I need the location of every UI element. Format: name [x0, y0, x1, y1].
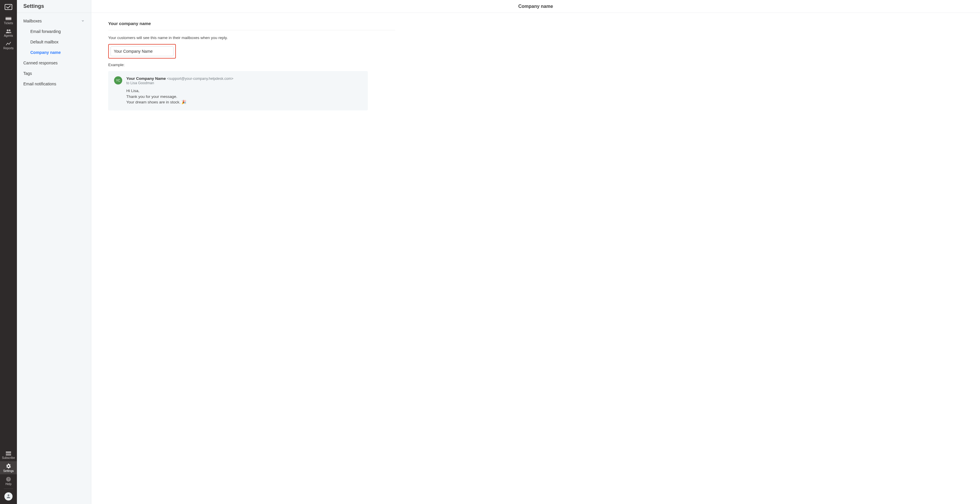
example-line-3: Your dream shoes are in stock. 🎉: [126, 99, 362, 105]
nav-agents[interactable]: Agents: [0, 27, 17, 39]
sidebar-item-label: Email forwarding: [30, 29, 60, 34]
nav-subscribe[interactable]: Subscribe: [0, 449, 17, 461]
svg-point-4: [9, 29, 11, 31]
nav-label: Reports: [3, 47, 13, 50]
company-name-highlight: [108, 44, 176, 59]
chevron-down-icon: [81, 19, 84, 23]
nav-help[interactable]: ? Help: [0, 474, 17, 487]
sidebar-group-mailboxes[interactable]: Mailboxes: [17, 16, 91, 26]
settings-title: Settings: [17, 0, 91, 13]
reports-icon: [6, 41, 11, 46]
party-emoji-icon: 🎉: [181, 100, 186, 104]
agents-icon: [6, 29, 11, 33]
ticket-icon: [6, 16, 11, 21]
example-line-1: Hi Lisa,: [126, 88, 362, 94]
svg-rect-6: [6, 453, 11, 456]
example-from-name: Your Company Name: [126, 76, 166, 81]
nav-settings[interactable]: Settings: [0, 461, 17, 474]
nav-label: Help: [6, 482, 12, 486]
company-name-input[interactable]: [111, 46, 173, 56]
example-message: Hi Lisa, Thank you for your message. You…: [126, 88, 362, 105]
section-title: Your company name: [108, 21, 395, 30]
nav-label: Tickets: [4, 22, 13, 25]
example-to-line: to Lisa Goodman: [126, 81, 362, 85]
sidebar-item-label: Default mailbox: [30, 40, 59, 44]
example-avatar: YC: [114, 76, 122, 84]
nav-label: Subscribe: [2, 456, 15, 460]
gear-icon: [6, 463, 11, 469]
sidebar-item-company-name[interactable]: Company name: [17, 47, 91, 58]
nav-reports[interactable]: Reports: [0, 39, 17, 52]
sidebar-item-tags[interactable]: Tags: [17, 68, 91, 79]
sidebar-group-label: Mailboxes: [23, 19, 42, 23]
sidebar-item-label: Company name: [30, 50, 60, 55]
example-label: Example:: [108, 63, 395, 67]
nav-account[interactable]: [0, 490, 17, 504]
sidebar-item-default-mailbox[interactable]: Default mailbox: [17, 37, 91, 47]
subscribe-icon: [6, 452, 11, 456]
main-panel: Company name Your company name Your cust…: [91, 0, 980, 504]
app-logo: [0, 2, 17, 12]
example-from-email: <support@your-company.helpdesk.com>: [167, 77, 233, 81]
rail-separator: [4, 488, 13, 489]
sidebar-item-email-notifications[interactable]: Email notifications: [17, 79, 91, 89]
sidebar-item-email-forwarding[interactable]: Email forwarding: [17, 26, 91, 37]
svg-rect-0: [5, 4, 12, 10]
help-icon: ?: [6, 477, 11, 482]
svg-point-3: [7, 29, 8, 31]
settings-sidebar: Settings Mailboxes Email forwarding Defa…: [17, 0, 91, 504]
user-avatar-icon: [5, 492, 13, 501]
sidebar-item-canned-responses[interactable]: Canned responses: [17, 58, 91, 68]
nav-label: Agents: [4, 34, 13, 37]
svg-point-9: [8, 494, 10, 496]
sidebar-item-label: Email notifications: [23, 82, 56, 86]
example-preview-card: YC Your Company Name <support@your-compa…: [108, 71, 368, 110]
svg-rect-5: [6, 452, 11, 453]
page-title: Company name: [91, 0, 980, 13]
sidebar-item-label: Canned responses: [23, 60, 58, 65]
nav-rail: Tickets Agents Reports Subscribe Setting…: [0, 0, 17, 504]
section-description: Your customers will see this name in the…: [108, 36, 395, 40]
nav-label: Settings: [3, 469, 14, 472]
nav-tickets[interactable]: Tickets: [0, 14, 17, 27]
sidebar-item-label: Tags: [23, 71, 32, 76]
example-line-2: Thank you for your message.: [126, 94, 362, 100]
svg-rect-2: [6, 17, 11, 20]
svg-text:?: ?: [8, 477, 10, 481]
example-from-line: Your Company Name <support@your-company.…: [126, 76, 362, 81]
